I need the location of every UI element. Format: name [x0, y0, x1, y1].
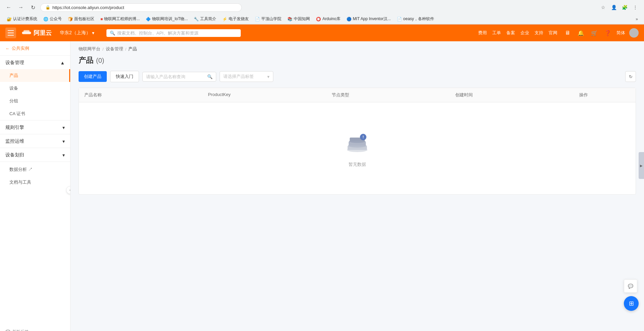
bookmark-item-tools[interactable]: 🔧 工具简介 [191, 15, 219, 22]
header-search-input[interactable] [117, 31, 237, 36]
breadcrumb-current: 产品 [128, 46, 137, 52]
product-tag-select[interactable]: 请选择产品标签 ▾ [220, 71, 273, 82]
browser-menu-button[interactable]: ⋮ [631, 3, 640, 12]
grid-float-button[interactable]: ⊞ [624, 296, 639, 311]
top-header: 阿里云 华东2（上海） ▾ 🔍 费用 工单 备案 企业 支持 官网 🖥 🔔 🛒 … [0, 25, 644, 41]
page-count: (0) [96, 57, 104, 64]
bookmarks-bar: 🔐 认证计费系统 🌐 公众号 🍞 面包板社区 ■ 物联网工程师的博... 🔷 物… [0, 15, 644, 24]
sidebar-item-docs-tools[interactable]: 文档与工具 [0, 176, 70, 189]
back-button[interactable]: ← [4, 3, 13, 12]
chevron-down-icon-3: ▾ [62, 152, 65, 158]
browser-profile-button[interactable]: 👤 [609, 3, 618, 12]
sidebar-section-rules-header[interactable]: 规则引擎 ▾ [0, 121, 70, 134]
bookmark-item-mit[interactable]: 🔵 MIT App Inventor汉... [344, 15, 394, 22]
sidebar-section-device-assign-header[interactable]: 设备划归 ▾ [0, 148, 70, 161]
browser-extensions-button[interactable]: 🧩 [620, 3, 629, 12]
svg-text:!: ! [363, 135, 364, 139]
breadcrumb: 物联网平台 / 设备管理 / 产品 [71, 41, 644, 55]
sidebar-back-button[interactable]: ← 公共实例 [0, 41, 70, 56]
sidebar-item-ca-certs[interactable]: CA 证书 [0, 107, 70, 120]
grid-icon: ⊞ [629, 300, 634, 307]
bookmark-item-wechat[interactable]: 🌐 公众号 [41, 15, 64, 22]
monitor-icon-button[interactable]: 🖥 [563, 28, 572, 38]
nav-record[interactable]: 备案 [506, 30, 515, 36]
language-switcher[interactable]: 简体 [616, 30, 625, 36]
refresh-icon: ↻ [629, 74, 633, 79]
forward-button[interactable]: → [16, 3, 26, 12]
help-button[interactable]: ❓ [603, 28, 612, 38]
browser-nav: ← → ↻ 🔒 https://iot.console.aliyun.com/p… [0, 0, 644, 15]
quickstart-button[interactable]: 快速入门 [110, 71, 139, 82]
bookmark-item-iot-training[interactable]: 🔷 物联网培训_IoT物... [143, 15, 190, 22]
bookmark-item-breadboard[interactable]: 🍞 面包板社区 [65, 15, 97, 22]
bookmark-icon-iot-engineer: ■ [100, 17, 103, 21]
sidebar-collapse-button[interactable]: ‹ [66, 186, 71, 194]
nav-enterprise[interactable]: 企业 [520, 30, 529, 36]
address-bar[interactable]: 🔒 https://iot.console.aliyun.com/product [40, 3, 242, 12]
lock-icon: 🔒 [45, 5, 50, 10]
tag-placeholder-label: 请选择产品标签 [223, 74, 265, 80]
region-selector[interactable]: 华东2（上海） ▾ [60, 30, 94, 36]
back-arrow-icon: ← [5, 46, 10, 51]
bookmark-item-oeasy[interactable]: 📄 oeasy，各种软件 [394, 15, 437, 22]
bookmark-item-iot-engineer[interactable]: ■ 物联网工程师的博... [98, 15, 142, 22]
nav-official[interactable]: 官网 [549, 30, 557, 36]
sidebar-section-device-mgmt: 设备管理 ▲ 产品 设备 分组 CA 证书 [0, 56, 70, 121]
sidebar-section-monitor-header[interactable]: 监控运维 ▾ [0, 134, 70, 148]
search-icon: 🔍 [110, 31, 115, 36]
bookmark-item-pingdingshan[interactable]: 📄 平顶山学院 [252, 15, 284, 22]
bookmark-icon-mit: 🔵 [347, 17, 352, 21]
browser-chrome: ← → ↻ 🔒 https://iot.console.aliyun.com/p… [0, 0, 644, 25]
main-content: 物联网平台 / 设备管理 / 产品 产品 (0) 创建产品 快速入门 🔍 请选择… [71, 41, 644, 331]
app-layout: ← 公共实例 设备管理 ▲ 产品 设备 分组 CA 证书 [0, 41, 644, 331]
right-panel-toggle[interactable]: ▶ [639, 152, 644, 179]
breadcrumb-sep-1: / [102, 47, 104, 52]
logo[interactable]: 阿里云 [21, 28, 52, 38]
refresh-button[interactable]: ↻ [28, 3, 38, 12]
sidebar-section-rules: 规则引擎 ▾ [0, 121, 70, 134]
refresh-button[interactable]: ↻ [625, 71, 636, 82]
table-header-createtime: 创建时间 [450, 88, 573, 102]
chat-float-button[interactable]: 💬 [624, 279, 637, 293]
breadcrumb-sep-2: / [125, 47, 127, 52]
bookmark-icon-breadboard: 🍞 [68, 17, 73, 21]
bookmark-item-elecfans[interactable]: ⚡ 电子发烧友 [220, 15, 251, 22]
bookmark-item-arduino[interactable]: ⭕ Arduino库 [313, 15, 343, 22]
table-header-nodetype: 节点类型 [326, 88, 450, 102]
nav-support[interactable]: 支持 [535, 30, 543, 36]
bookmark-star-button[interactable]: ☆ [598, 3, 608, 12]
page-title: 产品 [79, 55, 93, 65]
user-avatar[interactable] [629, 28, 639, 38]
empty-state-text: 暂无数据 [349, 161, 366, 168]
tag-dropdown-icon: ▾ [267, 74, 270, 79]
bookmarks-more-button[interactable]: » [634, 16, 640, 22]
bookmark-item-cnki[interactable]: 📚 中国知网 [285, 15, 313, 22]
page-header: 产品 (0) [71, 55, 644, 71]
header-search-bar[interactable]: 🔍 [106, 29, 241, 37]
empty-state: ! 暂无数据 [79, 102, 636, 194]
sidebar-item-data-analysis[interactable]: 数据分析 ↗ [0, 163, 70, 176]
sidebar-footer-feedback[interactable]: 💬 新版反馈 [0, 325, 70, 331]
bookmark-icon-auth: 🔐 [7, 17, 12, 21]
logo-text: 阿里云 [34, 29, 52, 37]
bookmark-icon-wechat: 🌐 [43, 17, 48, 21]
hamburger-menu-button[interactable] [5, 28, 16, 38]
feedback-icon: 💬 [5, 330, 10, 331]
sidebar-item-products[interactable]: 产品 [0, 69, 70, 82]
collapse-arrow-icon: ‹ [70, 188, 71, 192]
sidebar-item-devices[interactable]: 设备 [0, 82, 70, 95]
cart-button[interactable]: 🛒 [590, 28, 599, 38]
breadcrumb-device-mgmt[interactable]: 设备管理 [106, 46, 123, 52]
sidebar-section-device-mgmt-header[interactable]: 设备管理 ▲ [0, 56, 70, 69]
notification-button[interactable]: 🔔 [576, 28, 586, 38]
nav-fees[interactable]: 费用 [478, 30, 487, 36]
bookmark-icon-tools: 🔧 [194, 17, 199, 21]
breadcrumb-iot-platform[interactable]: 物联网平台 [79, 46, 100, 52]
product-search-input[interactable] [146, 74, 205, 79]
nav-ticket[interactable]: 工单 [492, 30, 501, 36]
region-label: 华东2（上海） [60, 30, 91, 36]
product-search-wrap[interactable]: 🔍 [142, 72, 216, 82]
bookmark-item-auth[interactable]: 🔐 认证计费系统 [4, 15, 40, 22]
sidebar-item-groups[interactable]: 分组 [0, 95, 70, 107]
create-product-button[interactable]: 创建产品 [79, 71, 107, 82]
